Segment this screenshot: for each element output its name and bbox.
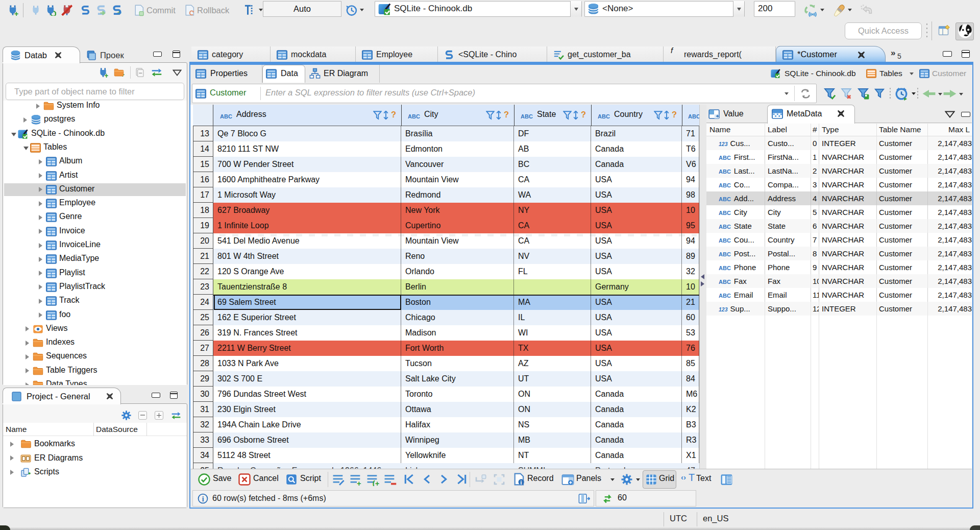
svg-text:+: + <box>357 479 361 486</box>
svg-text:(+): (+) <box>373 479 379 486</box>
svg-text:i: i <box>520 479 522 486</box>
svg-text:i: i <box>202 495 204 503</box>
